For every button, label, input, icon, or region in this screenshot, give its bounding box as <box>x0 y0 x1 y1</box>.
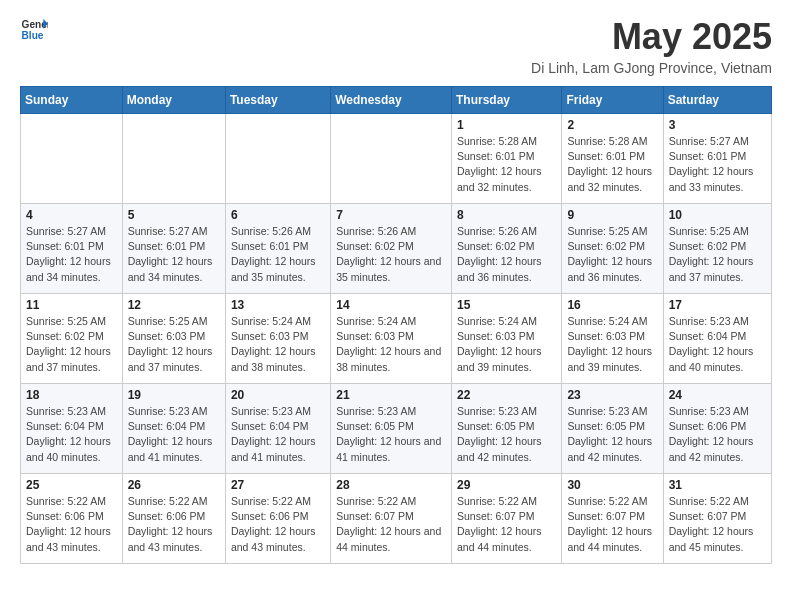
day-info: Sunrise: 5:27 AM Sunset: 6:01 PM Dayligh… <box>669 134 766 195</box>
table-row <box>225 114 330 204</box>
day-number: 14 <box>336 298 446 312</box>
day-number: 9 <box>567 208 657 222</box>
table-row: 17Sunrise: 5:23 AM Sunset: 6:04 PM Dayli… <box>663 294 771 384</box>
col-tuesday: Tuesday <box>225 87 330 114</box>
day-info: Sunrise: 5:22 AM Sunset: 6:07 PM Dayligh… <box>567 494 657 555</box>
day-info: Sunrise: 5:25 AM Sunset: 6:02 PM Dayligh… <box>669 224 766 285</box>
day-number: 25 <box>26 478 117 492</box>
table-row: 9Sunrise: 5:25 AM Sunset: 6:02 PM Daylig… <box>562 204 663 294</box>
table-row: 27Sunrise: 5:22 AM Sunset: 6:06 PM Dayli… <box>225 474 330 564</box>
day-number: 23 <box>567 388 657 402</box>
day-number: 11 <box>26 298 117 312</box>
day-info: Sunrise: 5:22 AM Sunset: 6:07 PM Dayligh… <box>669 494 766 555</box>
table-row: 30Sunrise: 5:22 AM Sunset: 6:07 PM Dayli… <box>562 474 663 564</box>
table-row: 11Sunrise: 5:25 AM Sunset: 6:02 PM Dayli… <box>21 294 123 384</box>
table-row: 26Sunrise: 5:22 AM Sunset: 6:06 PM Dayli… <box>122 474 225 564</box>
table-row: 18Sunrise: 5:23 AM Sunset: 6:04 PM Dayli… <box>21 384 123 474</box>
table-row: 28Sunrise: 5:22 AM Sunset: 6:07 PM Dayli… <box>331 474 452 564</box>
table-row <box>331 114 452 204</box>
day-number: 24 <box>669 388 766 402</box>
logo: General Blue <box>20 16 48 44</box>
day-number: 12 <box>128 298 220 312</box>
table-row: 20Sunrise: 5:23 AM Sunset: 6:04 PM Dayli… <box>225 384 330 474</box>
day-number: 30 <box>567 478 657 492</box>
day-number: 8 <box>457 208 556 222</box>
calendar-week-row: 25Sunrise: 5:22 AM Sunset: 6:06 PM Dayli… <box>21 474 772 564</box>
day-info: Sunrise: 5:22 AM Sunset: 6:06 PM Dayligh… <box>128 494 220 555</box>
day-number: 28 <box>336 478 446 492</box>
day-info: Sunrise: 5:24 AM Sunset: 6:03 PM Dayligh… <box>457 314 556 375</box>
day-number: 3 <box>669 118 766 132</box>
day-number: 2 <box>567 118 657 132</box>
calendar-week-row: 4Sunrise: 5:27 AM Sunset: 6:01 PM Daylig… <box>21 204 772 294</box>
day-number: 16 <box>567 298 657 312</box>
generalblue-logo-icon: General Blue <box>20 16 48 44</box>
day-number: 27 <box>231 478 325 492</box>
calendar-subtitle: Di Linh, Lam GJong Province, Vietnam <box>531 60 772 76</box>
day-info: Sunrise: 5:24 AM Sunset: 6:03 PM Dayligh… <box>567 314 657 375</box>
day-number: 19 <box>128 388 220 402</box>
table-row: 29Sunrise: 5:22 AM Sunset: 6:07 PM Dayli… <box>451 474 561 564</box>
day-info: Sunrise: 5:27 AM Sunset: 6:01 PM Dayligh… <box>26 224 117 285</box>
table-row: 13Sunrise: 5:24 AM Sunset: 6:03 PM Dayli… <box>225 294 330 384</box>
table-row: 14Sunrise: 5:24 AM Sunset: 6:03 PM Dayli… <box>331 294 452 384</box>
day-info: Sunrise: 5:23 AM Sunset: 6:05 PM Dayligh… <box>567 404 657 465</box>
table-row: 2Sunrise: 5:28 AM Sunset: 6:01 PM Daylig… <box>562 114 663 204</box>
col-saturday: Saturday <box>663 87 771 114</box>
day-number: 15 <box>457 298 556 312</box>
day-info: Sunrise: 5:22 AM Sunset: 6:06 PM Dayligh… <box>26 494 117 555</box>
table-row: 21Sunrise: 5:23 AM Sunset: 6:05 PM Dayli… <box>331 384 452 474</box>
day-info: Sunrise: 5:23 AM Sunset: 6:05 PM Dayligh… <box>457 404 556 465</box>
day-number: 20 <box>231 388 325 402</box>
table-row: 23Sunrise: 5:23 AM Sunset: 6:05 PM Dayli… <box>562 384 663 474</box>
day-number: 5 <box>128 208 220 222</box>
day-number: 18 <box>26 388 117 402</box>
day-info: Sunrise: 5:28 AM Sunset: 6:01 PM Dayligh… <box>567 134 657 195</box>
day-number: 10 <box>669 208 766 222</box>
day-info: Sunrise: 5:26 AM Sunset: 6:01 PM Dayligh… <box>231 224 325 285</box>
day-info: Sunrise: 5:23 AM Sunset: 6:04 PM Dayligh… <box>231 404 325 465</box>
col-friday: Friday <box>562 87 663 114</box>
day-number: 6 <box>231 208 325 222</box>
day-info: Sunrise: 5:25 AM Sunset: 6:02 PM Dayligh… <box>567 224 657 285</box>
table-row: 10Sunrise: 5:25 AM Sunset: 6:02 PM Dayli… <box>663 204 771 294</box>
calendar-table: Sunday Monday Tuesday Wednesday Thursday… <box>20 86 772 564</box>
day-number: 4 <box>26 208 117 222</box>
day-info: Sunrise: 5:26 AM Sunset: 6:02 PM Dayligh… <box>336 224 446 285</box>
day-number: 31 <box>669 478 766 492</box>
day-info: Sunrise: 5:23 AM Sunset: 6:05 PM Dayligh… <box>336 404 446 465</box>
day-info: Sunrise: 5:27 AM Sunset: 6:01 PM Dayligh… <box>128 224 220 285</box>
calendar-title: May 2025 <box>531 16 772 58</box>
calendar-week-row: 11Sunrise: 5:25 AM Sunset: 6:02 PM Dayli… <box>21 294 772 384</box>
table-row: 12Sunrise: 5:25 AM Sunset: 6:03 PM Dayli… <box>122 294 225 384</box>
col-monday: Monday <box>122 87 225 114</box>
day-info: Sunrise: 5:22 AM Sunset: 6:06 PM Dayligh… <box>231 494 325 555</box>
table-row: 4Sunrise: 5:27 AM Sunset: 6:01 PM Daylig… <box>21 204 123 294</box>
table-row: 16Sunrise: 5:24 AM Sunset: 6:03 PM Dayli… <box>562 294 663 384</box>
day-info: Sunrise: 5:28 AM Sunset: 6:01 PM Dayligh… <box>457 134 556 195</box>
table-row: 19Sunrise: 5:23 AM Sunset: 6:04 PM Dayli… <box>122 384 225 474</box>
day-info: Sunrise: 5:25 AM Sunset: 6:02 PM Dayligh… <box>26 314 117 375</box>
calendar-week-row: 18Sunrise: 5:23 AM Sunset: 6:04 PM Dayli… <box>21 384 772 474</box>
table-row: 6Sunrise: 5:26 AM Sunset: 6:01 PM Daylig… <box>225 204 330 294</box>
day-number: 17 <box>669 298 766 312</box>
table-row: 8Sunrise: 5:26 AM Sunset: 6:02 PM Daylig… <box>451 204 561 294</box>
day-info: Sunrise: 5:22 AM Sunset: 6:07 PM Dayligh… <box>457 494 556 555</box>
svg-text:Blue: Blue <box>22 30 44 41</box>
day-info: Sunrise: 5:24 AM Sunset: 6:03 PM Dayligh… <box>336 314 446 375</box>
table-row: 15Sunrise: 5:24 AM Sunset: 6:03 PM Dayli… <box>451 294 561 384</box>
day-info: Sunrise: 5:26 AM Sunset: 6:02 PM Dayligh… <box>457 224 556 285</box>
day-info: Sunrise: 5:23 AM Sunset: 6:04 PM Dayligh… <box>128 404 220 465</box>
table-row: 25Sunrise: 5:22 AM Sunset: 6:06 PM Dayli… <box>21 474 123 564</box>
table-row: 1Sunrise: 5:28 AM Sunset: 6:01 PM Daylig… <box>451 114 561 204</box>
day-number: 1 <box>457 118 556 132</box>
day-number: 29 <box>457 478 556 492</box>
page-header: General Blue May 2025 Di Linh, Lam GJong… <box>20 16 772 76</box>
table-row: 5Sunrise: 5:27 AM Sunset: 6:01 PM Daylig… <box>122 204 225 294</box>
day-info: Sunrise: 5:25 AM Sunset: 6:03 PM Dayligh… <box>128 314 220 375</box>
table-row <box>21 114 123 204</box>
day-info: Sunrise: 5:22 AM Sunset: 6:07 PM Dayligh… <box>336 494 446 555</box>
table-row: 22Sunrise: 5:23 AM Sunset: 6:05 PM Dayli… <box>451 384 561 474</box>
day-info: Sunrise: 5:23 AM Sunset: 6:04 PM Dayligh… <box>669 314 766 375</box>
day-number: 7 <box>336 208 446 222</box>
